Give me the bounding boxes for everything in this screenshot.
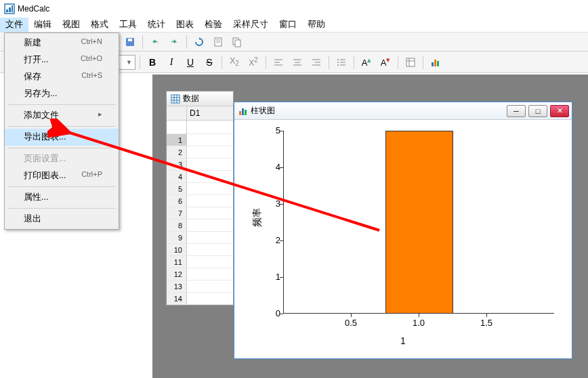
- close-button[interactable]: ✕: [550, 105, 569, 117]
- menu-export-chart[interactable]: 导出图表...: [5, 129, 119, 146]
- grid-corner[interactable]: [167, 121, 187, 134]
- grid-cell[interactable]: [187, 244, 233, 255]
- chart-button[interactable]: [427, 54, 444, 70]
- row-number[interactable]: 10: [167, 244, 187, 255]
- grid-cell[interactable]: [187, 121, 233, 133]
- menu-stats[interactable]: 统计: [142, 18, 171, 32]
- underline-button[interactable]: U: [182, 54, 198, 70]
- table-row[interactable]: 6: [167, 195, 233, 207]
- row-number[interactable]: 3: [167, 159, 187, 170]
- row-number[interactable]: 13: [167, 280, 187, 292]
- table-row[interactable]: 5: [167, 183, 233, 195]
- menu-properties[interactable]: 属性...: [5, 189, 119, 206]
- menu-separator: [7, 186, 116, 187]
- grid-cell[interactable]: [187, 280, 233, 292]
- data-window-titlebar[interactable]: 数据: [167, 91, 233, 106]
- align-center-button[interactable]: [289, 54, 306, 70]
- menu-test[interactable]: 检验: [199, 18, 228, 32]
- table-row[interactable]: 13: [167, 280, 233, 293]
- sheet-button[interactable]: [402, 54, 419, 70]
- table-row[interactable]: 7: [167, 207, 233, 219]
- column-header[interactable]: D1: [187, 106, 233, 120]
- table-row[interactable]: 12: [167, 268, 233, 280]
- table-row[interactable]: 1: [167, 134, 233, 146]
- menu-print-chart[interactable]: 打印图表...Ctrl+P: [5, 167, 119, 184]
- menu-sample[interactable]: 采样尺寸: [228, 18, 274, 32]
- undo-button[interactable]: [147, 34, 163, 50]
- row-number[interactable]: 8: [167, 219, 187, 231]
- row-number[interactable]: 6: [167, 195, 187, 207]
- menu-tools[interactable]: 工具: [114, 18, 142, 32]
- data-window[interactable]: 数据 D1 1234567891011121314: [166, 91, 234, 306]
- chart-area: 012345 0.51.01.5 频率 1: [234, 120, 572, 358]
- font-decrease-button[interactable]: A▾: [377, 54, 394, 70]
- grid-cell[interactable]: [187, 232, 233, 243]
- table-row[interactable]: 10: [167, 244, 233, 256]
- row-number[interactable]: 2: [167, 146, 187, 158]
- row-number[interactable]: 12: [167, 268, 187, 280]
- row-number[interactable]: 11: [167, 256, 187, 268]
- menu-save[interactable]: 保存Ctrl+S: [5, 68, 119, 85]
- menu-help[interactable]: 帮助: [302, 18, 331, 32]
- menu-exit[interactable]: 退出: [5, 211, 119, 228]
- row-number[interactable]: 1: [167, 134, 187, 146]
- strike-button[interactable]: S: [201, 54, 217, 70]
- table-row[interactable]: 2: [167, 146, 233, 159]
- table-row[interactable]: 3: [167, 159, 233, 171]
- grid-cell[interactable]: [187, 256, 233, 268]
- subscript-button[interactable]: X2: [226, 54, 243, 70]
- menu-format[interactable]: 格式: [85, 18, 114, 32]
- grid-cell[interactable]: [187, 195, 233, 207]
- chart-window[interactable]: 柱状图 ─ □ ✕ 012345 0.51.01.5 频率 1: [234, 102, 572, 359]
- menu-page-setup[interactable]: 页面设置...: [5, 150, 119, 167]
- menu-edit[interactable]: 编辑: [28, 18, 57, 32]
- menu-file[interactable]: 文件: [0, 18, 28, 32]
- minimize-button[interactable]: ─: [507, 105, 526, 117]
- row-number[interactable]: 9: [167, 232, 187, 243]
- list-button[interactable]: [333, 54, 350, 70]
- align-right-button[interactable]: [308, 54, 324, 70]
- svg-rect-37: [239, 111, 241, 115]
- x-tick-label: 1.0: [405, 318, 432, 328]
- superscript-button[interactable]: X2: [245, 54, 261, 70]
- table-row[interactable]: 4: [167, 171, 233, 183]
- page-button[interactable]: [210, 34, 226, 50]
- grid-cell[interactable]: [187, 134, 233, 146]
- save-button[interactable]: [122, 34, 138, 50]
- italic-button[interactable]: I: [163, 54, 180, 70]
- refresh-button[interactable]: [191, 34, 207, 50]
- table-row[interactable]: 8: [167, 219, 233, 232]
- font-increase-button[interactable]: A▴: [358, 54, 375, 70]
- table-row[interactable]: 14: [167, 293, 233, 305]
- grid-cell[interactable]: [187, 293, 233, 304]
- row-number[interactable]: 14: [167, 293, 187, 304]
- bold-button[interactable]: B: [144, 54, 161, 70]
- menu-view[interactable]: 视图: [57, 18, 85, 32]
- chart-window-titlebar[interactable]: 柱状图 ─ □ ✕: [234, 102, 572, 120]
- table-row[interactable]: 9: [167, 232, 233, 244]
- redo-button[interactable]: [166, 34, 182, 50]
- menu-chart[interactable]: 图表: [171, 18, 199, 32]
- row-number[interactable]: 5: [167, 183, 187, 194]
- grid-cell[interactable]: [187, 207, 233, 219]
- row-number[interactable]: 4: [167, 171, 187, 182]
- file-menu-dropdown: 新建Ctrl+N 打开...Ctrl+O 保存Ctrl+S 另存为... 添加文…: [4, 33, 119, 230]
- grid-cell[interactable]: [187, 183, 233, 194]
- grid-cell[interactable]: [187, 171, 233, 182]
- grid-cell[interactable]: [187, 146, 233, 158]
- menu-saveas[interactable]: 另存为...: [5, 85, 119, 102]
- menu-window[interactable]: 窗口: [274, 18, 302, 32]
- grid-cell[interactable]: [187, 159, 233, 170]
- grid-corner[interactable]: [167, 106, 187, 120]
- menu-addfile[interactable]: 添加文件▸: [5, 107, 119, 124]
- grid-cell[interactable]: [187, 268, 233, 280]
- align-left-button[interactable]: [270, 54, 287, 70]
- menu-open[interactable]: 打开...Ctrl+O: [5, 51, 119, 68]
- row-number[interactable]: 7: [167, 207, 187, 219]
- data-grid[interactable]: D1 1234567891011121314: [167, 106, 233, 305]
- copy-button[interactable]: [229, 34, 245, 50]
- menu-new[interactable]: 新建Ctrl+N: [5, 35, 119, 51]
- grid-cell[interactable]: [187, 219, 233, 231]
- maximize-button[interactable]: □: [528, 105, 547, 117]
- table-row[interactable]: 11: [167, 256, 233, 268]
